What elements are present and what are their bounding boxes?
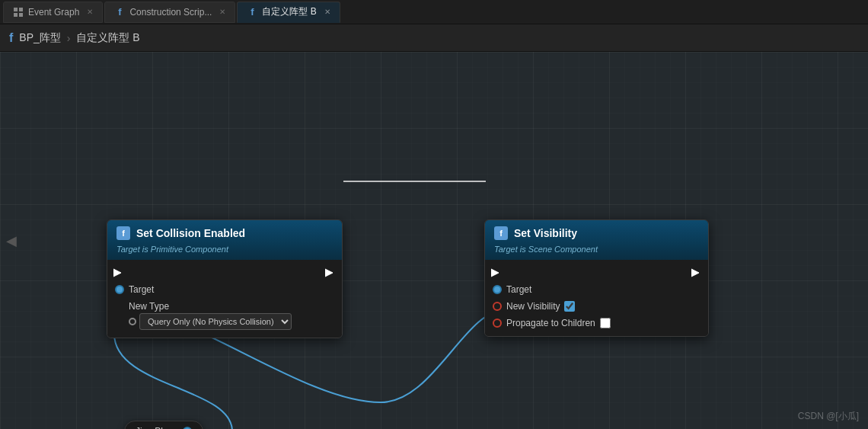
exec-out-collision[interactable] [325,267,336,278]
set-collision-subtitle: Target is Primitive Component [107,243,342,260]
tab-close-icon2[interactable]: ✕ [219,8,225,16]
set-visibility-body: Target New Visibility Propagate to Child… [485,260,708,336]
set-visibility-title: Set Visibility [514,227,577,239]
target-label-visibility: Target [506,284,531,295]
canvas-left-arrow: ◀ [6,232,17,249]
propagate-row[interactable]: Propagate to Children [485,315,708,331]
set-collision-header: f Set Collision Enabled [107,220,342,243]
set-collision-body: Target New Type Query Only (No Physics C… [107,260,342,338]
target-dot-collision [115,285,124,294]
tab-close-icon3[interactable]: ✕ [324,8,330,16]
jian-plane-label: Jian Plane [136,426,178,429]
new-type-label: New Type [129,301,334,312]
new-visibility-row[interactable]: New Visibility [485,298,708,315]
set-collision-enabled-node: f Set Collision Enabled Target is Primit… [107,219,343,338]
svg-rect-0 [14,8,18,11]
set-visibility-subtitle: Target is Scene Component [485,243,708,260]
grid-icon [13,7,24,18]
new-type-section: New Type Query Only (No Physics Collisio… [107,298,342,333]
tab-bar: Event Graph ✕ f Construction Scrip... ✕ … [0,0,868,24]
exec-in-visibility[interactable] [491,267,502,278]
func-icon-collision: f [116,226,130,240]
svg-marker-4 [113,269,121,277]
new-type-pin [129,318,136,325]
new-visibility-pin [493,302,502,311]
set-collision-title: Set Collision Enabled [136,227,245,239]
propagate-checkbox[interactable] [600,318,611,328]
jian-plane-node[interactable]: Jian Plane [124,421,203,429]
tab-custom-array-label: 自定义阵型 B [262,5,316,18]
target-dot-visibility [493,285,502,294]
new-type-dropdown[interactable]: Query Only (No Physics Collision) No Col… [139,313,292,330]
exec-pins-visibility [485,264,708,281]
tab-event-graph-label: Event Graph [28,7,79,18]
svg-marker-6 [491,269,499,277]
propagate-pin [493,319,502,328]
new-visibility-checkbox[interactable] [564,301,575,312]
svg-rect-2 [14,13,18,17]
breadcrumb-func-icon: f [9,31,13,45]
svg-marker-7 [691,269,699,277]
exec-in-collision[interactable] [113,267,124,278]
tab-construction-script[interactable]: f Construction Scrip... ✕ [104,2,235,23]
func-icon-tab2: f [247,7,257,18]
exec-out-visibility[interactable] [691,267,702,278]
func-icon-visibility: f [494,226,508,240]
breadcrumb-bar: f BP_阵型 › 自定义阵型 B [0,24,868,52]
breadcrumb-parent: BP_阵型 [19,31,60,45]
target-pin-visibility[interactable]: Target [485,281,708,298]
propagate-label: Propagate to Children [506,318,595,328]
set-visibility-node: f Set Visibility Target is Scene Compone… [484,219,709,337]
target-label-collision: Target [129,284,154,295]
exec-pins-collision [107,264,342,281]
target-pin-collision[interactable]: Target [107,281,342,298]
breadcrumb-current: 自定义阵型 B [76,31,139,45]
set-visibility-header: f Set Visibility [485,220,708,243]
watermark: CSDN @[小瓜] [798,410,859,423]
tab-event-graph[interactable]: Event Graph ✕ [3,2,103,23]
svg-rect-1 [19,8,23,11]
new-visibility-label: New Visibility [506,301,560,312]
svg-rect-3 [19,13,23,17]
tab-construction-label: Construction Scrip... [129,7,212,18]
tab-close-icon[interactable]: ✕ [87,8,93,16]
func-icon-tab: f [114,7,125,18]
canvas[interactable]: ◀ f Set Collision Enabled Target is Prim… [0,52,868,429]
breadcrumb-separator: › [67,32,71,44]
tab-custom-array[interactable]: f 自定义阵型 B ✕ [237,2,340,23]
svg-marker-5 [325,269,333,277]
